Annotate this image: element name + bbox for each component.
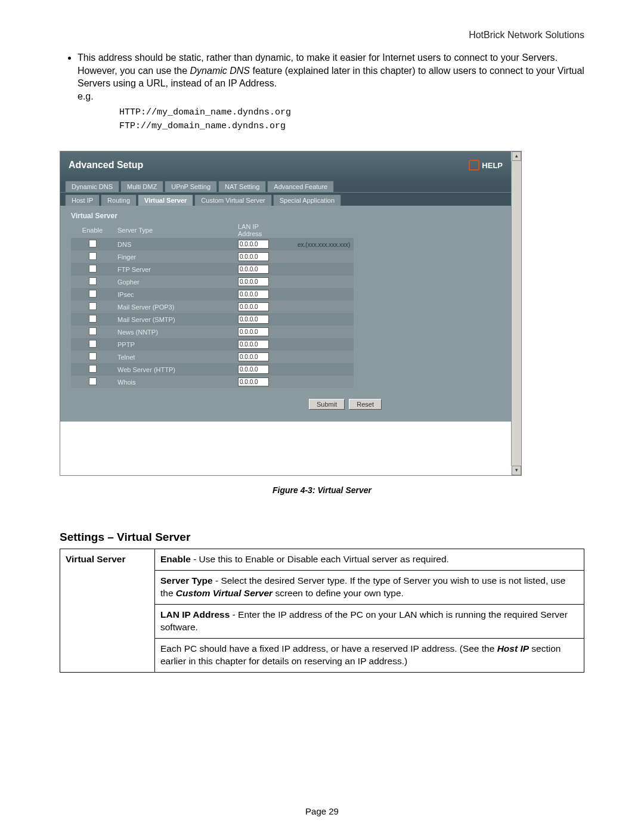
enable-checkbox[interactable] xyxy=(89,252,97,260)
tab-routing[interactable]: Routing xyxy=(101,194,137,206)
enable-cell xyxy=(71,363,114,376)
row-extra-cell xyxy=(283,376,354,388)
tab-custom-virtual-server[interactable]: Custom Virtual Server xyxy=(194,194,271,206)
enable-checkbox[interactable] xyxy=(89,340,97,348)
ip-format-example: ex.(xxx.xxx.xxx.xxx) xyxy=(287,241,350,248)
tab-nat-setting[interactable]: NAT Setting xyxy=(218,181,266,192)
intro-bullet: This address should be static, rather th… xyxy=(78,51,584,133)
enable-checkbox[interactable] xyxy=(89,315,97,323)
server-type-label: Gopher xyxy=(114,275,234,288)
figure-caption: Figure 4-3: Virtual Server xyxy=(60,485,584,495)
example-urls: HTTP://my_domain_name.dyndns.org FTP://m… xyxy=(119,106,584,133)
table-row: Whois xyxy=(71,376,354,388)
col-lan-ip: LAN IP Address xyxy=(234,222,283,238)
row-extra-cell xyxy=(283,250,354,263)
help-icon xyxy=(469,160,479,171)
reset-button[interactable]: Reset xyxy=(349,399,382,410)
help-link[interactable]: HELP xyxy=(469,160,503,171)
tab-upnp-setting[interactable]: UPnP Setting xyxy=(165,181,217,192)
lan-ip-input[interactable] xyxy=(238,290,269,299)
enable-cell xyxy=(71,326,114,338)
table-row: FTP Server xyxy=(71,263,354,275)
tab-dynamic-dns[interactable]: Dynamic DNS xyxy=(65,181,119,192)
settings-enable-label: Enable xyxy=(160,554,191,564)
lan-ip-input[interactable] xyxy=(238,340,269,349)
row-extra-cell: ex.(xxx.xxx.xxx.xxx) xyxy=(283,238,354,250)
server-type-label: Web Server (HTTP) xyxy=(114,363,234,376)
scrollbar-track[interactable] xyxy=(511,161,521,466)
lan-ip-cell xyxy=(234,313,283,326)
enable-checkbox[interactable] xyxy=(89,240,97,247)
tab-row-primary: Dynamic DNS Multi DMZ UPnP Setting NAT S… xyxy=(60,179,511,192)
enable-checkbox[interactable] xyxy=(89,365,97,373)
enable-cell xyxy=(71,263,114,275)
server-type-label: Telnet xyxy=(114,351,234,363)
lan-ip-input[interactable] xyxy=(238,265,269,274)
row-extra-cell xyxy=(283,275,354,288)
table-header-row: Enable Server Type LAN IP Address xyxy=(71,222,354,238)
settings-table: Virtual Server Enable - Use this to Enab… xyxy=(60,549,584,672)
enable-cell xyxy=(71,238,114,250)
settings-fixed-ip-cell: Each PC should have a fixed IP address, … xyxy=(155,638,584,672)
lan-ip-input[interactable] xyxy=(238,240,269,249)
button-row: Submit Reset xyxy=(190,399,500,410)
enable-checkbox[interactable] xyxy=(89,277,97,285)
table-row: IPsec xyxy=(71,288,354,301)
intro-eg: e.g. xyxy=(78,91,94,101)
lan-ip-cell xyxy=(234,326,283,338)
server-type-label: IPsec xyxy=(114,288,234,301)
enable-checkbox[interactable] xyxy=(89,352,97,360)
tab-special-application[interactable]: Special Application xyxy=(273,194,341,206)
lan-ip-input[interactable] xyxy=(238,277,269,286)
row-extra-cell xyxy=(283,313,354,326)
server-type-label: Mail Server (SMTP) xyxy=(114,313,234,326)
table-row: Finger xyxy=(71,250,354,263)
settings-enable-cell: Enable - Use this to Enable or Disable e… xyxy=(155,549,584,571)
table-row: Mail Server (POP3) xyxy=(71,301,354,313)
settings-enable-text: - Use this to Enable or Disable each Vir… xyxy=(191,554,449,564)
tab-host-ip[interactable]: Host IP xyxy=(65,194,100,206)
enable-checkbox[interactable] xyxy=(89,302,97,310)
settings-heading: Settings – Virtual Server xyxy=(60,531,584,544)
enable-checkbox[interactable] xyxy=(89,377,97,385)
enable-checkbox[interactable] xyxy=(89,265,97,272)
screenshot-figure: ▴ ▾ Advanced Setup HELP Dynamic DNS Mult… xyxy=(60,151,522,476)
lan-ip-cell xyxy=(234,263,283,275)
row-extra-cell xyxy=(283,288,354,301)
settings-server-type-cell: Server Type - Select the desired Server … xyxy=(155,571,584,605)
server-type-label: FTP Server xyxy=(114,263,234,275)
server-type-label: Finger xyxy=(114,250,234,263)
enable-cell xyxy=(71,275,114,288)
lan-ip-input[interactable] xyxy=(238,377,269,386)
tab-multi-dmz[interactable]: Multi DMZ xyxy=(120,181,163,192)
lan-ip-input[interactable] xyxy=(238,315,269,324)
document-header: HotBrick Network Solutions xyxy=(60,30,584,41)
col-enable: Enable xyxy=(71,222,114,238)
server-type-label: Whois xyxy=(114,376,234,388)
lan-ip-input[interactable] xyxy=(238,252,269,261)
enable-cell xyxy=(71,313,114,326)
scroll-down-button[interactable]: ▾ xyxy=(512,466,521,475)
enable-checkbox[interactable] xyxy=(89,290,97,298)
enable-checkbox[interactable] xyxy=(89,327,97,335)
lan-ip-cell xyxy=(234,301,283,313)
enable-cell xyxy=(71,250,114,263)
app-container: Advanced Setup HELP Dynamic DNS Multi DM… xyxy=(60,151,511,422)
server-type-label: PPTP xyxy=(114,338,234,351)
tab-advanced-feature[interactable]: Advanced Feature xyxy=(267,181,334,192)
app-title: Advanced Setup xyxy=(69,160,143,171)
lan-ip-input[interactable] xyxy=(238,365,269,374)
panel-title: Virtual Server xyxy=(71,212,500,220)
table-row: DNSex.(xxx.xxx.xxx.xxx) xyxy=(71,238,354,250)
lan-ip-input[interactable] xyxy=(238,327,269,336)
settings-lan-ip-label: LAN IP Address xyxy=(160,609,230,620)
settings-server-type-label: Server Type xyxy=(160,575,213,586)
col-server-type: Server Type xyxy=(114,222,234,238)
lan-ip-cell xyxy=(234,363,283,376)
page-number: Page 29 xyxy=(0,806,644,816)
submit-button[interactable]: Submit xyxy=(309,399,345,410)
lan-ip-input[interactable] xyxy=(238,302,269,311)
scroll-up-button[interactable]: ▴ xyxy=(512,151,521,161)
lan-ip-input[interactable] xyxy=(238,352,269,361)
tab-virtual-server[interactable]: Virtual Server xyxy=(138,194,193,206)
